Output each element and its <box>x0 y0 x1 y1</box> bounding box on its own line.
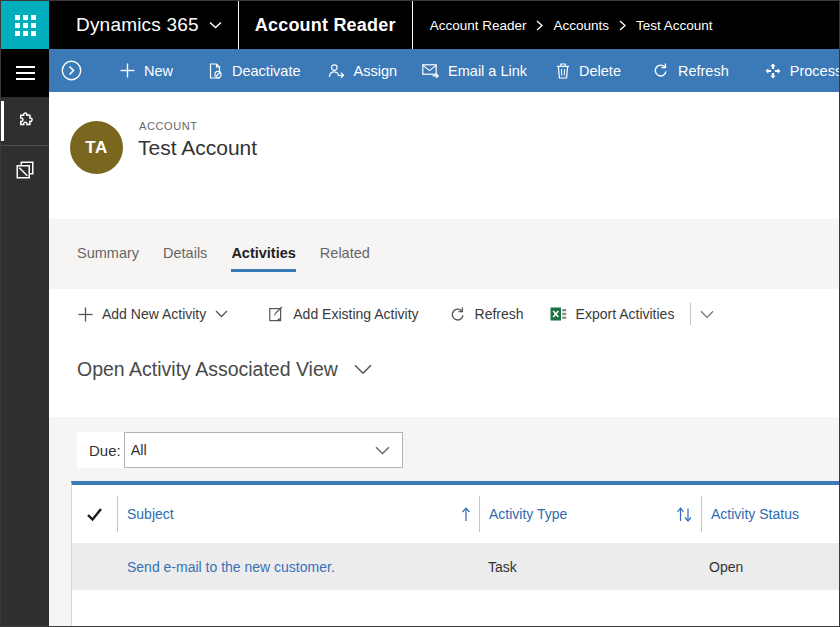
tab-activities[interactable]: Activities <box>231 236 295 272</box>
stacked-pages-icon <box>15 160 35 180</box>
assign-person-icon <box>328 63 345 79</box>
site-map-toggle-button[interactable] <box>1 49 49 97</box>
column-header-activity-status[interactable]: Activity Status <box>702 485 840 543</box>
add-new-activity-button[interactable]: Add New Activity <box>78 306 228 322</box>
email-a-link-button-label: Email a Link <box>448 63 527 79</box>
add-new-chevron-down-icon <box>215 310 228 318</box>
plus-icon <box>120 63 135 78</box>
plus-icon <box>78 307 93 322</box>
cell-activity-type: Task <box>478 559 699 575</box>
chevron-right-icon <box>619 20 626 31</box>
export-activities-label: Export Activities <box>576 306 675 322</box>
site-map-sidebar <box>1 49 49 627</box>
refresh-icon <box>652 62 669 79</box>
grid-header-row: Subject Activity Type Activi <box>72 485 840 543</box>
refresh-button-label: Refresh <box>678 63 729 79</box>
entity-type-label: ACCOUNT <box>139 120 198 132</box>
new-button-label: New <box>144 63 173 79</box>
product-title[interactable]: Dynamics 365 <box>76 14 199 36</box>
command-bar: New Deactivate Assign Email a Link Delet <box>49 49 840 92</box>
select-all-checkbox[interactable] <box>72 485 117 543</box>
cell-subject: Send e-mail to the new customer. <box>117 559 478 575</box>
deactivate-button[interactable]: Deactivate <box>207 63 301 79</box>
assign-button[interactable]: Assign <box>328 63 398 79</box>
sidebar-item-dashboards[interactable] <box>1 146 49 194</box>
checkmark-icon <box>86 507 103 522</box>
expand-command-bar-button[interactable] <box>61 60 82 81</box>
product-chevron-down-icon[interactable] <box>209 21 222 29</box>
record-form-content: TA ACCOUNT Test Account Summary Details … <box>49 92 840 627</box>
top-navigation-bar: Dynamics 365 Account Reader Account Read… <box>1 1 840 49</box>
email-icon <box>422 63 439 78</box>
new-button[interactable]: New <box>120 63 173 79</box>
grid-section: Due: All Subjec <box>49 417 840 627</box>
refresh-icon <box>449 306 466 323</box>
breadcrumb-entity[interactable]: Accounts <box>553 18 609 33</box>
activities-toolbar: Add New Activity Add Existing Activity R… <box>49 289 840 339</box>
tab-summary[interactable]: Summary <box>77 236 139 272</box>
view-selector[interactable]: Open Activity Associated View <box>77 358 372 381</box>
chevron-right-icon <box>536 20 543 31</box>
sort-ascending-icon <box>461 506 471 523</box>
refresh-subgrid-button[interactable]: Refresh <box>449 306 524 323</box>
cell-activity-status: Open <box>699 559 840 575</box>
email-a-link-button[interactable]: Email a Link <box>422 63 527 79</box>
assign-button-label: Assign <box>354 63 398 79</box>
add-new-activity-label: Add New Activity <box>102 306 206 322</box>
process-button[interactable]: Process <box>765 63 840 79</box>
add-existing-activity-button[interactable]: Add Existing Activity <box>268 306 418 322</box>
record-avatar: TA <box>70 121 123 174</box>
due-filter-label: Due: <box>77 432 124 468</box>
activities-grid: Subject Activity Type Activi <box>71 481 840 627</box>
breadcrumb-app[interactable]: Account Reader <box>430 18 527 33</box>
deactivate-button-label: Deactivate <box>232 63 301 79</box>
tab-related[interactable]: Related <box>320 236 370 272</box>
topbar-divider <box>238 1 239 49</box>
view-selector-title: Open Activity Associated View <box>77 358 338 381</box>
activity-subject-link[interactable]: Send e-mail to the new customer. <box>127 559 335 575</box>
tab-details[interactable]: Details <box>163 236 207 272</box>
activity-row[interactable]: Send e-mail to the new customer. Task Op… <box>72 543 840 590</box>
clipboard-edit-icon <box>268 306 284 322</box>
refresh-subgrid-label: Refresh <box>475 306 524 322</box>
breadcrumb-record[interactable]: Test Account <box>636 18 713 33</box>
view-selector-chevron-down-icon <box>354 364 372 375</box>
puzzle-piece-icon <box>15 111 35 131</box>
sort-both-icon <box>676 506 693 523</box>
column-header-subject[interactable]: Subject <box>118 485 479 543</box>
toolbar-divider <box>690 303 691 325</box>
process-flow-icon <box>765 63 781 79</box>
topbar-divider <box>412 1 413 49</box>
column-header-activity-type[interactable]: Activity Type <box>480 485 701 543</box>
app-title[interactable]: Account Reader <box>255 15 396 36</box>
refresh-button[interactable]: Refresh <box>652 62 729 79</box>
more-commands-chevron-down-icon[interactable] <box>700 310 714 319</box>
delete-button-label: Delete <box>579 63 621 79</box>
deactivate-document-icon <box>207 63 223 79</box>
trash-icon <box>556 63 570 79</box>
due-filter-value: All <box>131 442 147 458</box>
due-filter: Due: All <box>77 432 403 468</box>
dynamics-365-window: Dynamics 365 Account Reader Account Read… <box>0 0 840 627</box>
excel-icon <box>550 306 567 322</box>
export-activities-button[interactable]: Export Activities <box>550 306 675 322</box>
add-existing-activity-label: Add Existing Activity <box>293 306 418 322</box>
due-filter-dropdown[interactable]: All <box>124 432 403 468</box>
breadcrumb: Account Reader Accounts Test Account <box>430 18 713 33</box>
waffle-icon <box>15 15 36 36</box>
process-button-label: Process <box>790 63 840 79</box>
app-launcher-button[interactable] <box>1 1 49 49</box>
dropdown-chevron-down-icon <box>375 446 390 455</box>
delete-button[interactable]: Delete <box>556 63 621 79</box>
form-tabstrip: Summary Details Activities Related <box>49 219 840 289</box>
record-title: Test Account <box>138 136 257 160</box>
sidebar-item-accounts[interactable] <box>1 97 49 145</box>
